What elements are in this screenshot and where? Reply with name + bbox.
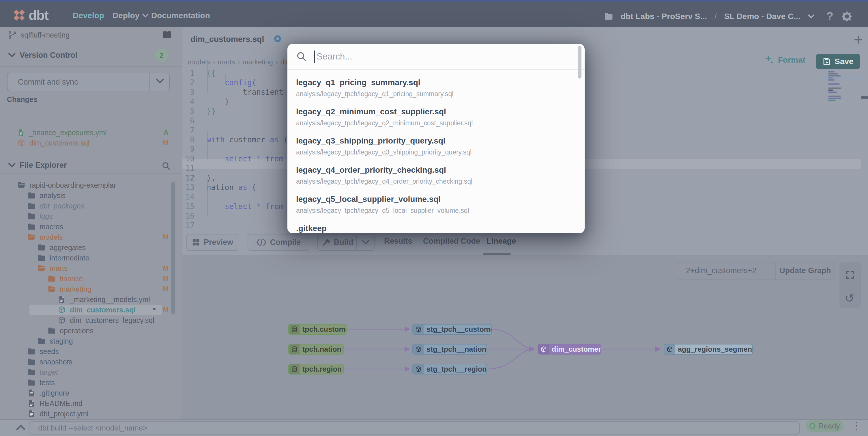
tree-item-aggregates[interactable]: aggregates bbox=[0, 242, 182, 253]
minimap-scroll-thumb[interactable] bbox=[861, 96, 868, 99]
fullscreen-icon[interactable] bbox=[845, 270, 855, 280]
breadcrumb-models[interactable]: models bbox=[188, 58, 210, 66]
lineage-selector-input[interactable] bbox=[677, 262, 775, 279]
book-icon[interactable] bbox=[162, 31, 172, 39]
tree-item-dim-customers-legacy-sql[interactable]: dim_customers_legacy.sql bbox=[0, 315, 182, 325]
new-tab-icon[interactable]: + bbox=[854, 32, 863, 47]
lineage-node-stg-tpch-regions[interactable]: stg_tpch__regions bbox=[412, 364, 487, 375]
tree-item-finance[interactable]: financeM bbox=[0, 273, 182, 284]
version-control-header[interactable]: Version Control 2 bbox=[0, 44, 182, 67]
chevron-down-icon[interactable] bbox=[156, 79, 164, 84]
nav-tab-deploy[interactable]: Deploy bbox=[113, 11, 149, 20]
tree-item--marketing-models-yml[interactable]: _marketing__models.yml bbox=[0, 294, 182, 304]
chevron-down-icon[interactable] bbox=[808, 14, 814, 19]
tree-item-dim-customers-sql[interactable]: dim_customers.sql•M bbox=[0, 304, 182, 315]
reset-view-icon[interactable]: ↺ bbox=[845, 292, 855, 304]
search-result-1[interactable]: legacy_q1_pricing_summary.sqlanalysis/le… bbox=[287, 74, 576, 103]
command-input[interactable]: dbt build --select <model_name> bbox=[29, 421, 800, 435]
build-button[interactable]: Build bbox=[317, 234, 375, 251]
file-explorer-header[interactable]: File Explorer bbox=[0, 157, 182, 174]
tree-item-dbt-packages[interactable]: dbt_packages bbox=[0, 201, 182, 211]
nav-tab-documentation[interactable]: Documentation bbox=[151, 11, 210, 20]
kebab-menu-icon[interactable]: ⋮ bbox=[852, 420, 862, 431]
lineage-node-stg-tpch-customers[interactable]: stg_tpch__customers bbox=[412, 324, 492, 335]
minimap-viewport bbox=[821, 76, 861, 79]
tree-item-staging[interactable]: staging bbox=[0, 336, 182, 346]
preview-button[interactable]: Preview bbox=[186, 234, 238, 251]
search-result-4[interactable]: legacy_q4_order_priority_checking.sqlana… bbox=[287, 162, 576, 191]
tree-item--gitignore[interactable]: .gitignore bbox=[0, 388, 182, 398]
lineage-node-agg-regions-segments[interactable]: agg_regions_segments bbox=[664, 344, 753, 355]
file-tree-scrollbar[interactable] bbox=[172, 182, 175, 315]
chevron-down-icon[interactable] bbox=[362, 240, 369, 244]
nav-tab-develop[interactable]: Develop bbox=[73, 11, 104, 20]
tab-compiled-code[interactable]: Compiled Code bbox=[423, 237, 480, 246]
lineage-node-tpch-customer[interactable]: tpch.customer bbox=[288, 324, 347, 335]
search-result-3[interactable]: legacy_q3_shipping_priority_query.sqlana… bbox=[287, 132, 576, 162]
change-item[interactable]: dim_customers.sqlM bbox=[0, 138, 182, 148]
tree-item-readme-md[interactable]: README.md bbox=[0, 398, 182, 409]
gear-icon[interactable] bbox=[841, 10, 853, 23]
tree-item-label: _marketing__models.yml bbox=[70, 295, 150, 304]
folder-icon bbox=[48, 326, 56, 335]
format-button[interactable]: Format bbox=[764, 55, 805, 65]
minimap-line bbox=[828, 95, 841, 97]
search-input[interactable] bbox=[316, 51, 585, 62]
folder-icon bbox=[37, 337, 45, 345]
tree-item-marketing[interactable]: marketingM bbox=[0, 284, 182, 294]
update-graph-button[interactable]: Update Graph bbox=[775, 262, 835, 279]
code-text: ) bbox=[207, 97, 229, 106]
tree-item-label: seeds bbox=[39, 347, 59, 356]
minimap-line bbox=[828, 83, 840, 85]
tree-item-logs[interactable]: logs bbox=[0, 211, 182, 222]
account-name[interactable]: dbt Labs - ProServ S... bbox=[621, 12, 707, 21]
tree-item-rapid-onboarding-exemplar[interactable]: rapid-onboarding-exemplar bbox=[0, 180, 182, 190]
model-cube-icon bbox=[17, 139, 25, 147]
tree-item-label: aggregates bbox=[50, 243, 86, 252]
tree-item-label: dbt_packages bbox=[39, 202, 85, 210]
model-cube-icon bbox=[415, 346, 422, 353]
help-icon[interactable]: ? bbox=[827, 10, 833, 23]
dbt-logo[interactable]: ✖ dbt bbox=[13, 7, 49, 23]
tree-item-intermediate[interactable]: intermediate bbox=[0, 253, 182, 263]
change-item[interactable]: _finance_exposures.ymlA bbox=[0, 127, 182, 138]
tab-lineage[interactable]: Lineage bbox=[487, 237, 516, 246]
tree-item-target[interactable]: target bbox=[0, 367, 182, 377]
search-icon[interactable] bbox=[162, 162, 171, 171]
breadcrumb-marketing[interactable]: marketing bbox=[242, 58, 273, 66]
breadcrumb-marts[interactable]: marts bbox=[218, 58, 235, 66]
lineage-node-tpch-nation[interactable]: tpch.nation bbox=[288, 344, 344, 355]
tree-item-macros[interactable]: macros bbox=[0, 222, 182, 232]
tree-item-tests[interactable]: tests bbox=[0, 377, 182, 388]
floppy-disk-icon bbox=[823, 57, 831, 66]
commit-and-sync-button[interactable]: Commit and sync bbox=[7, 73, 170, 91]
editor-tab-dim-customers[interactable]: dim_customers.sql bbox=[190, 35, 264, 44]
search-result-6[interactable]: .gitkeep bbox=[287, 220, 576, 233]
line-number: 10 bbox=[182, 154, 194, 163]
database-icon bbox=[291, 346, 298, 353]
line-number: 11 bbox=[182, 164, 194, 173]
code-text: select * from {{ bbox=[207, 202, 297, 211]
chevron-up-icon[interactable] bbox=[16, 425, 25, 430]
command-bar: dbt build --select <model_name> Ready ⋮ bbox=[0, 419, 868, 436]
line-number: 14 bbox=[182, 193, 194, 201]
search-result-5[interactable]: legacy_q5_local_supplier_volume.sqlanaly… bbox=[287, 191, 576, 220]
lineage-node-dim-customers[interactable]: dim_customers bbox=[537, 344, 601, 355]
save-button[interactable]: Save bbox=[816, 54, 860, 69]
tree-item-seeds[interactable]: seeds bbox=[0, 346, 182, 357]
tree-item-operations[interactable]: operations bbox=[0, 325, 182, 336]
project-name[interactable]: SL Demo - Dave C... bbox=[724, 12, 801, 21]
code-text: nation as ( bbox=[207, 183, 256, 192]
compile-button[interactable]: Compile bbox=[248, 234, 309, 251]
tab-results[interactable]: Results bbox=[384, 237, 412, 246]
modal-scrollbar[interactable] bbox=[578, 46, 582, 79]
lineage-node-tpch-region[interactable]: tpch.region bbox=[288, 364, 344, 375]
tree-item-analysis[interactable]: analysis bbox=[0, 190, 182, 201]
tree-item-marts[interactable]: martsM bbox=[0, 263, 182, 273]
tree-item-snapshots[interactable]: snapshots bbox=[0, 357, 182, 367]
search-result-2[interactable]: legacy_q2_minimum_cost_supplier.sqlanaly… bbox=[287, 103, 576, 132]
tree-item-dbt-project-yml[interactable]: dbt_project.yml bbox=[0, 409, 182, 419]
tree-item-models[interactable]: modelsM bbox=[0, 232, 182, 242]
git-branch-row[interactable]: sqlfluff-meeting bbox=[0, 27, 182, 43]
lineage-node-stg-tpch-nations[interactable]: stg_tpch__nations bbox=[412, 344, 487, 355]
